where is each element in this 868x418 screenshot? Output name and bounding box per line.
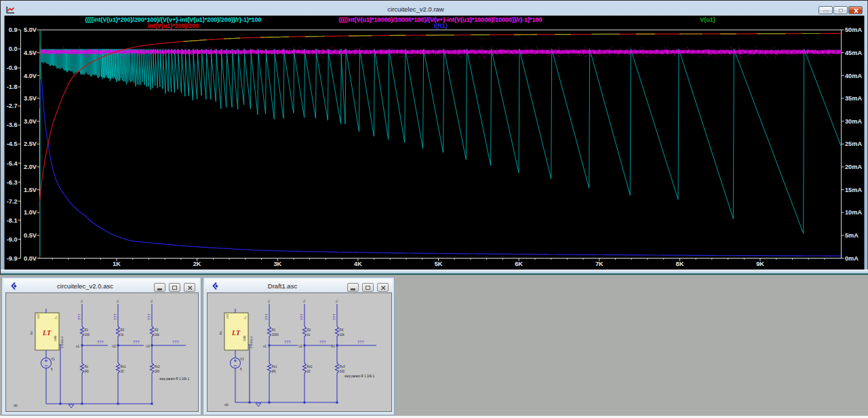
svg-text:30mA: 30mA (845, 118, 862, 125)
svg-text:-8.1: -8.1 (7, 217, 18, 224)
svg-text:10k: 10k (155, 333, 160, 337)
svg-text:Rx1: Rx1 (121, 365, 127, 368)
svg-text:20mA: 20mA (845, 164, 862, 170)
svg-text:15mA: 15mA (845, 187, 862, 193)
svg-text:1.0V: 1.0V (24, 209, 37, 216)
svg-text:???: ??? (172, 340, 179, 344)
svg-text:V+: V+ (267, 299, 271, 303)
svg-text:100: 100 (340, 370, 345, 373)
svg-text:Rx3: Rx3 (340, 365, 346, 368)
svg-text:.step param R 1 10k 1: .step param R 1 10k 1 (159, 377, 190, 381)
svg-text:V(u1): V(u1) (700, 16, 715, 23)
svg-text:1.5V: 1.5V (24, 187, 37, 193)
svg-text:LT1634-4: LT1634-4 (250, 336, 253, 348)
svg-text:20: 20 (307, 370, 311, 373)
svg-text:OUT: OUT (37, 313, 40, 319)
svg-text:100: 100 (155, 370, 160, 373)
svg-text:V+: V+ (302, 299, 306, 303)
svg-text:-1.8: -1.8 (7, 83, 18, 90)
svg-text:1000: 1000 (272, 333, 279, 337)
svg-text:R1: R1 (85, 328, 89, 332)
svg-text:???: ??? (113, 314, 117, 320)
svg-text:U2: U2 (298, 345, 302, 348)
svg-text:50mA: 50mA (845, 26, 862, 33)
svg-text:V+: V+ (116, 299, 119, 303)
svg-text:-2.7: -2.7 (7, 102, 18, 109)
svg-text:Rx2: Rx2 (307, 365, 313, 368)
svg-text:25mA: 25mA (845, 140, 862, 147)
svg-text:???: ??? (319, 340, 326, 344)
svg-text:20: 20 (121, 370, 125, 373)
svg-text:-5.4: -5.4 (7, 160, 18, 167)
svg-text:LT: LT (42, 329, 52, 337)
svg-text:2K: 2K (193, 261, 201, 267)
svg-text:0.5V: 0.5V (24, 232, 37, 239)
svg-text:B1: B1 (30, 330, 33, 335)
svg-text:LT1634-4: LT1634-4 (60, 336, 64, 348)
svg-text:3.0V: 3.0V (24, 118, 37, 125)
svg-text:0.9: 0.9 (9, 26, 18, 33)
svg-text:4K: 4K (354, 261, 362, 267)
svg-text:u1: u1 (263, 345, 267, 348)
svg-text:-6.3: -6.3 (7, 179, 18, 186)
svg-text:U3: U3 (331, 345, 335, 348)
svg-text:u1: u1 (76, 345, 80, 348)
svg-text:{R}: {R} (85, 370, 90, 373)
svg-text:.step param R 1 10k 1: .step param R 1 10k 1 (344, 375, 375, 378)
svg-text:Rx1: Rx1 (272, 365, 278, 368)
svg-text:8K: 8K (676, 261, 684, 267)
svg-text:35mA: 35mA (845, 95, 862, 102)
svg-text:V1: V1 (51, 358, 55, 361)
svg-text:LT: LT (231, 329, 241, 337)
svg-text:3.5V: 3.5V (24, 95, 37, 102)
svg-text:-4.5: -4.5 (7, 140, 18, 147)
svg-text:0.0: 0.0 (9, 45, 18, 52)
svg-text:???: ??? (133, 340, 140, 344)
svg-text:I(R1): I(R1) (434, 22, 448, 29)
svg-text:100: 100 (85, 333, 90, 337)
svg-text:OUT: OUT (226, 313, 229, 319)
svg-text:3K: 3K (273, 261, 281, 267)
svg-text:???: ??? (147, 314, 151, 320)
svg-text:V+: V+ (244, 315, 247, 319)
svg-text:-9.0: -9.0 (7, 236, 18, 243)
svg-text:???: ??? (284, 340, 291, 344)
svg-text:B1: B1 (219, 330, 222, 335)
svg-text:Rx2: Rx2 (155, 365, 161, 368)
svg-text:0mA: 0mA (845, 255, 859, 262)
svg-text:V1: V1 (240, 358, 244, 361)
svg-text:???: ??? (332, 314, 336, 320)
svg-text:40mA: 40mA (845, 73, 862, 79)
svg-text:-9.9: -9.9 (7, 255, 18, 262)
svg-text:5: 5 (240, 368, 242, 371)
svg-text:5K: 5K (435, 261, 443, 267)
svg-text:1k: 1k (307, 333, 311, 337)
svg-text:R2: R2 (307, 328, 311, 332)
svg-text:4.5V: 4.5V (24, 50, 37, 56)
svg-text:Rx: Rx (85, 365, 89, 368)
svg-text:0.0V: 0.0V (24, 255, 37, 262)
svg-text:???: ??? (264, 314, 269, 320)
svg-text:-7.2: -7.2 (7, 198, 18, 205)
svg-text:???: ??? (300, 314, 304, 320)
svg-text:5mA: 5mA (845, 232, 859, 239)
svg-text:V+: V+ (150, 299, 153, 303)
svg-text:.op: .op (13, 404, 18, 407)
svg-text:7K: 7K (595, 261, 604, 267)
svg-text:9K: 9K (756, 261, 764, 267)
svg-text:GND: GND (243, 335, 246, 341)
svg-text:V+: V+ (80, 299, 83, 303)
svg-text:U3: U3 (146, 345, 150, 348)
svg-text:V+: V+ (335, 299, 338, 303)
svg-text:45mA: 45mA (845, 50, 862, 56)
svg-text:V+: V+ (55, 315, 58, 319)
svg-text:R1: R1 (272, 328, 276, 332)
svg-text:???: ??? (77, 314, 81, 320)
svg-text:5.0V: 5.0V (24, 26, 37, 33)
svg-text:???: ??? (357, 340, 364, 344)
svg-text:R2: R2 (121, 328, 125, 332)
svg-text:{R}: {R} (272, 370, 277, 373)
svg-text:1K: 1K (113, 261, 121, 267)
svg-text:1k: 1k (121, 333, 125, 337)
svg-text:U2: U2 (112, 345, 116, 348)
